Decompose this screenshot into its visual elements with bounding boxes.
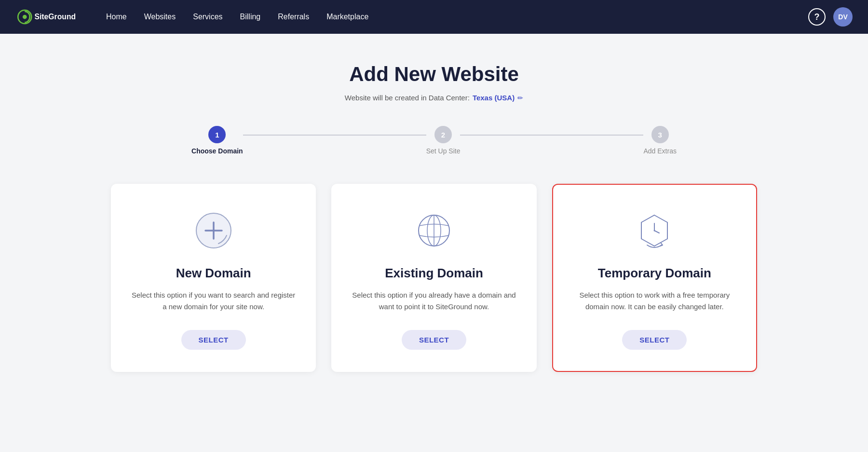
step-3-label: Add Extras <box>643 147 676 155</box>
domain-cards: New Domain Select this option if you wan… <box>111 184 757 372</box>
step-3: 3 Add Extras <box>643 126 676 155</box>
existing-domain-desc: Select this option if you already have a… <box>352 289 516 313</box>
help-button[interactable]: ? <box>808 8 826 26</box>
stepper-line-2 <box>460 135 643 136</box>
datacenter-prefix: Website will be created in Data Center: <box>345 94 470 102</box>
temporary-domain-icon-area <box>633 209 676 252</box>
new-domain-title: New Domain <box>176 266 251 281</box>
nav-links: Home Websites Services Billing Referrals… <box>106 13 808 21</box>
temporary-domain-card[interactable]: Temporary Domain Select this option to w… <box>552 184 757 372</box>
nav-right: ? DV <box>808 7 853 27</box>
step-2-circle: 2 <box>434 126 452 143</box>
new-domain-icon-area <box>192 209 235 252</box>
nav-services[interactable]: Services <box>193 13 222 21</box>
existing-domain-select-button[interactable]: SELECT <box>402 330 466 350</box>
step-1: 1 Choose Domain <box>191 126 243 155</box>
step-1-circle: 1 <box>208 126 226 143</box>
stepper: 1 Choose Domain 2 Set Up Site 3 Add Extr… <box>111 126 757 155</box>
new-domain-select-button[interactable]: SELECT <box>181 330 246 350</box>
existing-domain-title: Existing Domain <box>385 266 483 281</box>
datacenter-link[interactable]: Texas (USA) <box>473 94 515 102</box>
navigation: SiteGround Home Websites Services Billin… <box>0 0 868 34</box>
new-domain-card[interactable]: New Domain Select this option if you wan… <box>111 184 316 372</box>
svg-text:SiteGround: SiteGround <box>34 13 76 21</box>
site-logo[interactable]: SiteGround <box>15 6 83 27</box>
existing-domain-card[interactable]: Existing Domain Select this option if yo… <box>331 184 536 372</box>
nav-websites[interactable]: Websites <box>144 13 176 21</box>
step-3-circle: 3 <box>651 126 669 143</box>
datacenter-info: Website will be created in Data Center: … <box>111 94 757 102</box>
nav-home[interactable]: Home <box>106 13 127 21</box>
temporary-domain-desc: Select this option to work with a free t… <box>572 289 737 313</box>
stepper-line-1 <box>243 135 426 136</box>
avatar-button[interactable]: DV <box>833 7 853 27</box>
svg-line-11 <box>654 231 659 233</box>
temporary-domain-select-button[interactable]: SELECT <box>622 330 687 350</box>
nav-billing[interactable]: Billing <box>240 13 261 21</box>
main-content: Add New Website Website will be created … <box>72 34 796 401</box>
step-2: 2 Set Up Site <box>426 126 461 155</box>
svg-point-1 <box>23 15 27 19</box>
step-2-label: Set Up Site <box>426 147 461 155</box>
nav-marketplace[interactable]: Marketplace <box>326 13 368 21</box>
temporary-domain-title: Temporary Domain <box>598 266 711 281</box>
page-title: Add New Website <box>111 63 757 86</box>
edit-icon[interactable]: ✏ <box>517 94 523 102</box>
new-domain-desc: Select this option if you want to search… <box>131 289 296 313</box>
existing-domain-icon-area <box>412 209 456 252</box>
nav-referrals[interactable]: Referrals <box>278 13 309 21</box>
step-1-label: Choose Domain <box>191 147 243 155</box>
